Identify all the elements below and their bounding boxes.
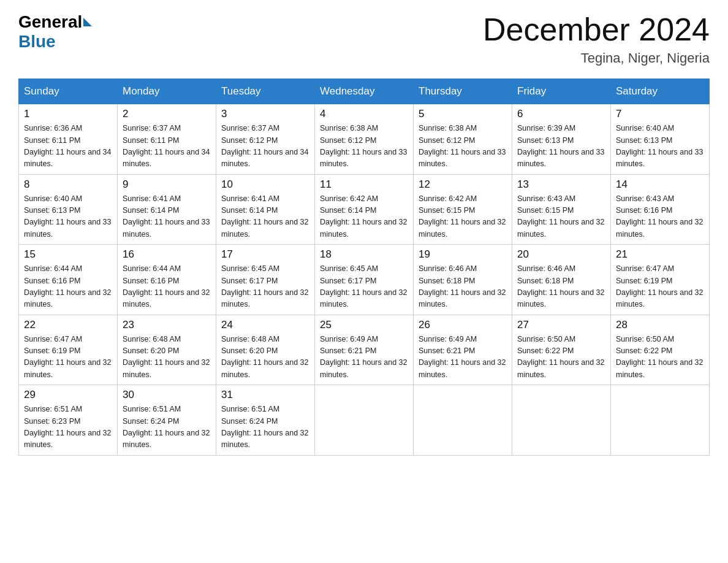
day-cell-3: 3Sunrise: 6:37 AMSunset: 6:12 PMDaylight…: [216, 104, 315, 175]
weekday-header-monday: Monday: [118, 79, 216, 104]
day-cell-28: 28Sunrise: 6:50 AMSunset: 6:22 PMDayligh…: [611, 315, 710, 385]
day-number: 10: [221, 178, 309, 191]
day-info: Sunrise: 6:45 AMSunset: 6:17 PMDaylight:…: [221, 263, 309, 311]
day-cell-27: 27Sunrise: 6:50 AMSunset: 6:22 PMDayligh…: [512, 315, 611, 385]
weekday-header-row: SundayMondayTuesdayWednesdayThursdayFrid…: [19, 79, 710, 104]
day-cell-6: 6Sunrise: 6:39 AMSunset: 6:13 PMDaylight…: [512, 104, 611, 175]
day-cell-19: 19Sunrise: 6:46 AMSunset: 6:18 PMDayligh…: [414, 245, 512, 315]
day-number: 12: [419, 178, 507, 191]
day-info: Sunrise: 6:43 AMSunset: 6:16 PMDaylight:…: [616, 193, 704, 241]
empty-cell: [611, 385, 710, 456]
day-cell-12: 12Sunrise: 6:42 AMSunset: 6:15 PMDayligh…: [414, 174, 512, 245]
day-info: Sunrise: 6:47 AMSunset: 6:19 PMDaylight:…: [616, 263, 704, 311]
day-cell-20: 20Sunrise: 6:46 AMSunset: 6:18 PMDayligh…: [512, 245, 611, 315]
weekday-header-wednesday: Wednesday: [315, 79, 414, 104]
day-cell-22: 22Sunrise: 6:47 AMSunset: 6:19 PMDayligh…: [19, 315, 118, 385]
day-info: Sunrise: 6:40 AMSunset: 6:13 PMDaylight:…: [24, 193, 112, 241]
day-number: 29: [24, 389, 112, 401]
day-info: Sunrise: 6:37 AMSunset: 6:11 PMDaylight:…: [123, 123, 211, 170]
weekday-header-sunday: Sunday: [19, 79, 118, 104]
weekday-header-friday: Friday: [512, 79, 611, 104]
day-info: Sunrise: 6:38 AMSunset: 6:12 PMDaylight:…: [320, 123, 408, 170]
day-number: 4: [320, 108, 408, 120]
weekday-header-tuesday: Tuesday: [216, 79, 315, 104]
day-cell-9: 9Sunrise: 6:41 AMSunset: 6:14 PMDaylight…: [118, 174, 216, 245]
week-row-2: 8Sunrise: 6:40 AMSunset: 6:13 PMDaylight…: [19, 174, 710, 245]
day-info: Sunrise: 6:46 AMSunset: 6:18 PMDaylight:…: [517, 263, 605, 311]
day-cell-21: 21Sunrise: 6:47 AMSunset: 6:19 PMDayligh…: [611, 245, 710, 315]
day-info: Sunrise: 6:43 AMSunset: 6:15 PMDaylight:…: [517, 193, 605, 241]
weekday-header-thursday: Thursday: [414, 79, 512, 104]
day-number: 26: [419, 319, 507, 331]
day-cell-14: 14Sunrise: 6:43 AMSunset: 6:16 PMDayligh…: [611, 174, 710, 245]
day-info: Sunrise: 6:40 AMSunset: 6:13 PMDaylight:…: [616, 123, 704, 170]
day-info: Sunrise: 6:37 AMSunset: 6:12 PMDaylight:…: [221, 123, 309, 170]
day-number: 24: [221, 319, 309, 331]
day-info: Sunrise: 6:36 AMSunset: 6:11 PMDaylight:…: [24, 123, 112, 170]
day-number: 3: [221, 108, 309, 120]
calendar-table: SundayMondayTuesdayWednesdayThursdayFrid…: [18, 79, 710, 456]
day-cell-11: 11Sunrise: 6:42 AMSunset: 6:14 PMDayligh…: [315, 174, 414, 245]
day-info: Sunrise: 6:41 AMSunset: 6:14 PMDaylight:…: [221, 193, 309, 241]
day-number: 19: [419, 248, 507, 261]
day-info: Sunrise: 6:47 AMSunset: 6:19 PMDaylight:…: [24, 334, 112, 381]
day-info: Sunrise: 6:50 AMSunset: 6:22 PMDaylight:…: [517, 334, 605, 381]
header: General Blue December 2024 Tegina, Niger…: [18, 12, 710, 66]
day-info: Sunrise: 6:41 AMSunset: 6:14 PMDaylight:…: [123, 193, 211, 241]
day-cell-17: 17Sunrise: 6:45 AMSunset: 6:17 PMDayligh…: [216, 245, 315, 315]
day-info: Sunrise: 6:49 AMSunset: 6:21 PMDaylight:…: [419, 334, 507, 381]
day-cell-16: 16Sunrise: 6:44 AMSunset: 6:16 PMDayligh…: [118, 245, 216, 315]
week-row-3: 15Sunrise: 6:44 AMSunset: 6:16 PMDayligh…: [19, 245, 710, 315]
location-title: Tegina, Niger, Nigeria: [483, 50, 710, 66]
day-cell-25: 25Sunrise: 6:49 AMSunset: 6:21 PMDayligh…: [315, 315, 414, 385]
title-area: December 2024 Tegina, Niger, Nigeria: [483, 12, 710, 66]
day-number: 1: [24, 108, 112, 120]
day-number: 8: [24, 178, 112, 191]
day-cell-1: 1Sunrise: 6:36 AMSunset: 6:11 PMDaylight…: [19, 104, 118, 175]
day-info: Sunrise: 6:44 AMSunset: 6:16 PMDaylight:…: [123, 263, 211, 311]
day-number: 7: [616, 108, 704, 120]
day-number: 30: [123, 389, 211, 401]
day-cell-15: 15Sunrise: 6:44 AMSunset: 6:16 PMDayligh…: [19, 245, 118, 315]
day-number: 27: [517, 319, 605, 331]
day-info: Sunrise: 6:39 AMSunset: 6:13 PMDaylight:…: [517, 123, 605, 170]
month-title: December 2024: [483, 12, 710, 47]
day-cell-8: 8Sunrise: 6:40 AMSunset: 6:13 PMDaylight…: [19, 174, 118, 245]
day-number: 9: [123, 178, 211, 191]
day-info: Sunrise: 6:49 AMSunset: 6:21 PMDaylight:…: [320, 334, 408, 381]
day-number: 15: [24, 248, 112, 261]
day-info: Sunrise: 6:51 AMSunset: 6:24 PMDaylight:…: [123, 404, 211, 451]
day-number: 20: [517, 248, 605, 261]
weekday-header-saturday: Saturday: [611, 79, 710, 104]
day-cell-30: 30Sunrise: 6:51 AMSunset: 6:24 PMDayligh…: [118, 385, 216, 456]
day-number: 11: [320, 178, 408, 191]
day-number: 21: [616, 248, 704, 261]
day-number: 18: [320, 248, 408, 261]
day-info: Sunrise: 6:42 AMSunset: 6:14 PMDaylight:…: [320, 193, 408, 241]
day-number: 13: [517, 178, 605, 191]
day-info: Sunrise: 6:45 AMSunset: 6:17 PMDaylight:…: [320, 263, 408, 311]
day-number: 16: [123, 248, 211, 261]
day-info: Sunrise: 6:51 AMSunset: 6:24 PMDaylight:…: [221, 404, 309, 451]
day-info: Sunrise: 6:38 AMSunset: 6:12 PMDaylight:…: [419, 123, 507, 170]
day-cell-18: 18Sunrise: 6:45 AMSunset: 6:17 PMDayligh…: [315, 245, 414, 315]
day-cell-5: 5Sunrise: 6:38 AMSunset: 6:12 PMDaylight…: [414, 104, 512, 175]
day-cell-31: 31Sunrise: 6:51 AMSunset: 6:24 PMDayligh…: [216, 385, 315, 456]
logo-arrow-icon: [83, 18, 92, 26]
day-info: Sunrise: 6:48 AMSunset: 6:20 PMDaylight:…: [221, 334, 309, 381]
logo-blue-text: Blue: [18, 32, 56, 52]
week-row-4: 22Sunrise: 6:47 AMSunset: 6:19 PMDayligh…: [19, 315, 710, 385]
day-number: 22: [24, 319, 112, 331]
empty-cell: [512, 385, 611, 456]
day-info: Sunrise: 6:48 AMSunset: 6:20 PMDaylight:…: [123, 334, 211, 381]
empty-cell: [414, 385, 512, 456]
empty-cell: [315, 385, 414, 456]
day-number: 2: [123, 108, 211, 120]
day-info: Sunrise: 6:46 AMSunset: 6:18 PMDaylight:…: [419, 263, 507, 311]
day-cell-2: 2Sunrise: 6:37 AMSunset: 6:11 PMDaylight…: [118, 104, 216, 175]
day-info: Sunrise: 6:44 AMSunset: 6:16 PMDaylight:…: [24, 263, 112, 311]
day-number: 6: [517, 108, 605, 120]
day-number: 25: [320, 319, 408, 331]
day-cell-13: 13Sunrise: 6:43 AMSunset: 6:15 PMDayligh…: [512, 174, 611, 245]
day-number: 31: [221, 389, 309, 401]
